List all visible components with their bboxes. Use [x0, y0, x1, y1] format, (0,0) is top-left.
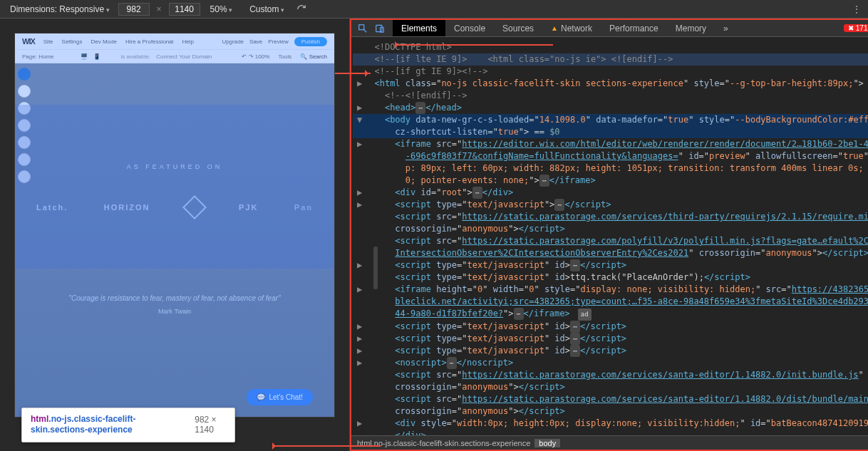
height-input[interactable]	[169, 3, 200, 16]
dom-node-line[interactable]: ▶ <div style="width:0px; height:0px; dis…	[353, 418, 868, 430]
lets-chat-button[interactable]: 💬 Let's Chat!	[247, 389, 314, 405]
annotation-arrow-3	[274, 445, 381, 447]
domain-avail: is available.	[120, 53, 150, 60]
tab-overflow[interactable]: »	[715, 20, 737, 36]
tab-elements[interactable]: Elements	[393, 20, 445, 36]
wix-logo: WIX	[22, 37, 35, 46]
devtools-tabbar: Elements Console Sources ▲Network Perfor…	[351, 19, 868, 37]
dom-node-line[interactable]: <script src="https://static.parastorage.…	[353, 369, 868, 381]
wix-preview[interactable]: Preview	[268, 38, 288, 45]
ruler	[0, 20, 349, 33]
dom-node-line[interactable]: ▶ <div id="root">⋯</div>	[353, 187, 868, 199]
dom-node-line[interactable]: ▶ <script type="text/javascript" id>⋯</s…	[353, 333, 868, 345]
dom-breadcrumb[interactable]: html.no-js.classic-facelift-skin.section…	[351, 435, 868, 450]
warning-triangle-icon: ▲	[551, 24, 558, 32]
inspect-overlay-inner	[15, 105, 334, 269]
dom-node-line[interactable]: <!--[if lte IE 9]> <html class="no-js ie…	[353, 53, 868, 66]
dom-node-line[interactable]: <script src="https://static.parastorage.…	[353, 393, 868, 405]
device-toggle-icon[interactable]	[371, 20, 388, 37]
dom-node-line[interactable]: <script src="https://static.parastorage.…	[353, 235, 868, 247]
dom-node-line[interactable]: crossorigin="anonymous"></script​>	[353, 223, 868, 235]
tab-console[interactable]: Console	[445, 20, 494, 36]
dom-node-line[interactable]: <!--[if gt IE 9]><!-->	[353, 66, 868, 78]
width-input[interactable]	[118, 3, 150, 16]
devtools-panel: Elements Console Sources ▲Network Perfor…	[350, 19, 868, 451]
throttling-dropdown[interactable]: Custom	[242, 4, 291, 14]
dom-node-line[interactable]: ▶ <script type="text/javascript" id>⋯</s…	[353, 345, 868, 357]
dom-node-line[interactable]: ▶ <script type="text/javascript">⋯</scri…	[353, 199, 868, 211]
page-label[interactable]: Page: Home	[22, 53, 53, 60]
rotate-icon[interactable]	[294, 2, 309, 16]
wix-menu-help[interactable]: Help	[182, 38, 194, 45]
dom-node-line[interactable]: <!DOCTYPE html>	[353, 41, 868, 53]
error-count-badge[interactable]: ✖ 171	[844, 24, 868, 32]
annotation-arrow-1	[396, 44, 553, 46]
dom-node-line[interactable]: crossorigin="anonymous"></script​>	[353, 405, 868, 418]
wix-menu-devmode[interactable]: Dev Mode	[91, 38, 116, 45]
dom-node-line[interactable]: -696c9f803f77&configName=fullFunctionali…	[353, 150, 868, 162]
dom-node-line[interactable]: 44-9a80-d1f87bfef20e?">⋯</iframe> ad	[353, 308, 868, 321]
device-preview-pane: WIX Site Settings Dev Mode Hire a Profes…	[0, 19, 350, 451]
wix-publish-button[interactable]: Publish	[294, 37, 327, 46]
dom-node-line[interactable]: <script type="text/javascript" id>ttq.tr…	[353, 271, 868, 284]
dimensions-dropdown[interactable]: Dimensions: Responsive	[4, 4, 115, 14]
dom-node-line[interactable]: ▶ <iframe src="https://editor.wix.com/ht…	[353, 138, 868, 150]
dom-node-line[interactable]: IntersectionObserver%2CIntersectionObser…	[353, 247, 868, 259]
dom-node-line[interactable]: <script src="https://static.parastorage.…	[353, 211, 868, 223]
dom-node-line[interactable]: </div>	[353, 430, 868, 435]
tab-memory[interactable]: Memory	[667, 20, 715, 36]
connect-domain[interactable]: Connect Your Domain	[156, 53, 212, 60]
dom-node-line[interactable]: ▶ <html class="no-js classic-facelift-sk…	[353, 78, 868, 90]
breadcrumb-html[interactable]: html.no-js.classic-facelift-skin.section…	[357, 439, 530, 447]
tooltip-dimensions: 982 × 1140	[195, 415, 226, 435]
dom-node-line[interactable]: ▼ <body data-new-gr-c-s-loaded="14.1098.…	[353, 114, 868, 126]
pane-splitter[interactable]	[373, 247, 378, 289]
wix-menu-settings[interactable]: Settings	[62, 38, 83, 45]
dom-node-line[interactable]: 0; pointer-events: none;">⋯</iframe>	[353, 175, 868, 187]
tab-sources[interactable]: Sources	[494, 20, 542, 36]
dom-node-line[interactable]: p: 89px; left: 60px; width: 882px; heigh…	[353, 162, 868, 175]
dom-node-line[interactable]: ▶ <iframe height="0" width="0" style="di…	[353, 284, 868, 296]
dom-node-line[interactable]: ▶ <head>⋯</head>	[353, 102, 868, 114]
tab-performance[interactable]: Performance	[601, 20, 667, 36]
chat-icon: 💬	[257, 393, 265, 401]
annotation-arrow-2	[335, 73, 371, 74]
svg-rect-1	[376, 25, 382, 31]
zoom-dropdown[interactable]: 50%	[203, 4, 240, 14]
dom-node-line[interactable]: ▶ <script type="text/javascript" id>⋯</s…	[353, 259, 868, 271]
quote-text: "Courage is resistance to fear, mastery …	[68, 294, 280, 302]
tab-network[interactable]: ▲Network	[542, 20, 601, 36]
wix-tool-add[interactable]	[18, 68, 31, 81]
device-frame[interactable]: WIX Site Settings Dev Mode Hire a Profes…	[14, 33, 335, 418]
device-toolbar: Dimensions: Responsive × 50% Custom ⋮	[0, 0, 868, 19]
dom-node-line[interactable]: cz-shortcut-listen="true"> == $0	[353, 126, 868, 138]
wix-menu-hire[interactable]: Hire a Professional	[125, 38, 174, 45]
mini-search[interactable]: Search	[309, 53, 327, 60]
tools-label[interactable]: Tools	[278, 53, 291, 60]
wix-tool-2[interactable]	[18, 85, 31, 98]
zoom-pct: 100%	[255, 53, 269, 60]
wix-subbar: Page: Home 🖥️ 📱 is available. Connect Yo…	[15, 49, 334, 63]
dom-node-line[interactable]: crossorigin="anonymous"></script​>	[353, 381, 868, 393]
dimension-separator: ×	[153, 4, 166, 14]
breadcrumb-body[interactable]: body	[534, 439, 560, 447]
wix-upgrade[interactable]: Upgrade	[222, 38, 244, 45]
inspect-element-icon[interactable]	[354, 20, 371, 37]
wix-topbar: WIX Site Settings Dev Mode Hire a Profes…	[15, 33, 334, 49]
dom-node-line[interactable]: ▶ <script type="text/javascript" id>⋯</s…	[353, 321, 868, 333]
dom-node-line[interactable]: <!--<![endif]-->	[353, 90, 868, 102]
tooltip-tagname: html	[31, 414, 48, 424]
kebab-icon[interactable]: ⋮	[849, 2, 864, 16]
quote-author: Mark Twain	[68, 308, 280, 315]
dom-tree[interactable]: <!DOCTYPE html> <!--[if lte IE 9]> <html…	[351, 37, 868, 435]
wix-save[interactable]: Save	[249, 38, 262, 45]
element-tooltip: html.no-js.classic-facelift-skin.section…	[21, 408, 235, 442]
dom-node-line[interactable]: ▶ <noscript>⋯</noscript>	[353, 357, 868, 369]
lets-chat-label: Let's Chat!	[269, 393, 304, 401]
dom-node-line[interactable]: bleclick.net/activityi;src=4382365;type=…	[353, 296, 868, 308]
wix-menu-site[interactable]: Site	[43, 38, 53, 45]
